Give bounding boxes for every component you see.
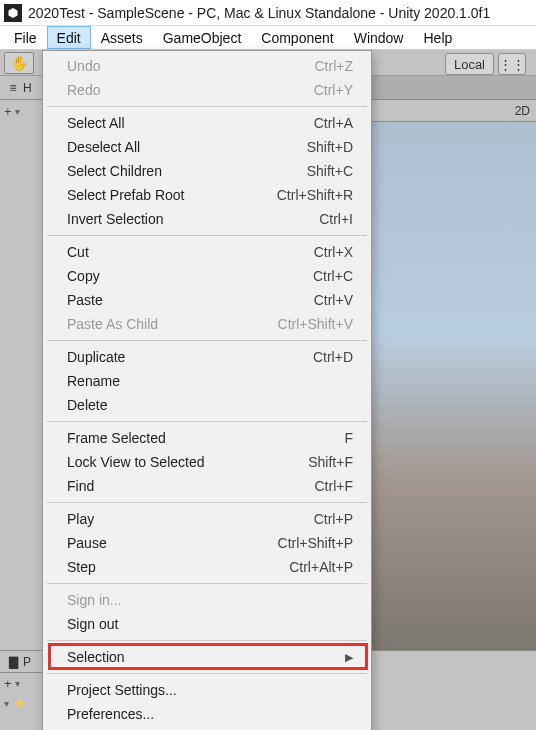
menu-item-shortcut: Ctrl+Shift+P <box>278 535 353 551</box>
edit-menu-dropdown: UndoCtrl+ZRedoCtrl+YSelect AllCtrl+ADese… <box>42 50 372 730</box>
menu-item-deselect-all[interactable]: Deselect AllShift+D <box>45 135 369 159</box>
menu-item-label: Copy <box>67 268 100 284</box>
menu-help[interactable]: Help <box>413 26 462 49</box>
menu-item-sign-in: Sign in... <box>45 588 369 612</box>
menu-separator <box>47 673 367 674</box>
svg-marker-0 <box>9 8 18 18</box>
menu-item-rename[interactable]: Rename <box>45 369 369 393</box>
chevron-right-icon: ▶ <box>345 651 353 664</box>
menu-separator <box>47 583 367 584</box>
menu-item-label: Redo <box>67 82 100 98</box>
menu-item-select-all[interactable]: Select AllCtrl+A <box>45 111 369 135</box>
menu-item-frame-selected[interactable]: Frame SelectedF <box>45 426 369 450</box>
menu-item-selection[interactable]: Selection▶ <box>45 645 369 669</box>
menu-item-label: Select Children <box>67 163 162 179</box>
menu-file[interactable]: File <box>4 26 47 49</box>
menu-item-play[interactable]: PlayCtrl+P <box>45 507 369 531</box>
menu-item-paste[interactable]: PasteCtrl+V <box>45 288 369 312</box>
menu-item-delete[interactable]: Delete <box>45 393 369 417</box>
titlebar: 2020Test - SampleScene - PC, Mac & Linux… <box>0 0 536 26</box>
2d-toggle[interactable]: 2D <box>515 104 530 118</box>
menu-separator <box>47 640 367 641</box>
menu-item-redo: RedoCtrl+Y <box>45 78 369 102</box>
plus-icon: + <box>4 104 12 119</box>
menu-item-sign-out[interactable]: Sign out <box>45 612 369 636</box>
menu-item-select-children[interactable]: Select ChildrenShift+C <box>45 159 369 183</box>
menu-item-shortcut: Shift+C <box>307 163 353 179</box>
menu-item-shortcut: Ctrl+Shift+R <box>277 187 353 203</box>
menu-item-cut[interactable]: CutCtrl+X <box>45 240 369 264</box>
snap-button[interactable]: ⋮⋮ <box>498 53 526 75</box>
menu-item-label: Undo <box>67 58 100 74</box>
menu-item-label: Paste As Child <box>67 316 158 332</box>
chevron-down-icon: ▾ <box>15 678 20 689</box>
menu-item-label: Cut <box>67 244 89 260</box>
folder-icon: ▇ <box>6 655 20 669</box>
menu-separator <box>47 235 367 236</box>
menu-item-shortcut: Ctrl+I <box>319 211 353 227</box>
menu-item-shortcut: Shift+D <box>307 139 353 155</box>
menu-window[interactable]: Window <box>344 26 414 49</box>
menu-item-label: Paste <box>67 292 103 308</box>
menu-item-duplicate[interactable]: DuplicateCtrl+D <box>45 345 369 369</box>
project-tab[interactable]: ▇ P <box>0 651 46 673</box>
menu-item-pause[interactable]: PauseCtrl+Shift+P <box>45 531 369 555</box>
hand-tool-button[interactable]: ✋ <box>4 52 34 74</box>
menu-item-select-prefab-root[interactable]: Select Prefab RootCtrl+Shift+R <box>45 183 369 207</box>
menu-item-invert-selection[interactable]: Invert SelectionCtrl+I <box>45 207 369 231</box>
menu-item-label: Play <box>67 511 94 527</box>
menu-item-undo: UndoCtrl+Z <box>45 54 369 78</box>
menu-item-label: Duplicate <box>67 349 125 365</box>
menu-item-label: Find <box>67 478 94 494</box>
menu-item-project-settings[interactable]: Project Settings... <box>45 678 369 702</box>
menu-item-label: Delete <box>67 397 107 413</box>
menu-item-shortcut: Ctrl+Y <box>314 82 353 98</box>
menu-separator <box>47 502 367 503</box>
menu-item-shortcut: Ctrl+C <box>313 268 353 284</box>
unity-editor-window: 2020Test - SampleScene - PC, Mac & Linux… <box>0 0 536 730</box>
menu-item-shortcuts[interactable]: Shortcuts... <box>45 726 369 730</box>
menu-edit[interactable]: Edit <box>47 26 91 49</box>
menu-item-label: Invert Selection <box>67 211 164 227</box>
star-icon: ★ <box>13 695 26 711</box>
menu-separator <box>47 340 367 341</box>
menu-item-label: Select All <box>67 115 125 131</box>
menu-item-find[interactable]: FindCtrl+F <box>45 474 369 498</box>
menu-item-label: Pause <box>67 535 107 551</box>
menu-item-shortcut: Ctrl+X <box>314 244 353 260</box>
add-row[interactable]: + ▾ <box>0 100 45 122</box>
unity-logo-icon <box>4 4 22 22</box>
menu-item-label: Sign out <box>67 616 118 632</box>
menu-assets[interactable]: Assets <box>91 26 153 49</box>
local-global-toggle[interactable]: Local <box>445 53 494 75</box>
menu-separator <box>47 106 367 107</box>
menu-item-paste-as-child: Paste As ChildCtrl+Shift+V <box>45 312 369 336</box>
menu-item-shortcut: F <box>344 430 353 446</box>
chevron-down-icon: ▾ <box>15 106 20 117</box>
menu-item-shortcut: Shift+F <box>308 454 353 470</box>
window-title: 2020Test - SampleScene - PC, Mac & Linux… <box>28 5 490 21</box>
menu-item-copy[interactable]: CopyCtrl+C <box>45 264 369 288</box>
menu-item-shortcut: Ctrl+Alt+P <box>289 559 353 575</box>
local-label: Local <box>454 57 485 72</box>
menu-item-lock-view-to-selected[interactable]: Lock View to SelectedShift+F <box>45 450 369 474</box>
menu-separator <box>47 421 367 422</box>
menu-item-label: Selection <box>67 649 125 665</box>
menu-item-shortcut: Ctrl+Shift+V <box>278 316 353 332</box>
toolbar-right-cluster: Local ⋮⋮ <box>445 52 526 76</box>
menu-item-label: Deselect All <box>67 139 140 155</box>
menu-component[interactable]: Component <box>251 26 343 49</box>
menu-item-preferences[interactable]: Preferences... <box>45 702 369 726</box>
hand-icon: ✋ <box>12 55 26 71</box>
hierarchy-tab-label: H <box>23 81 32 95</box>
menu-gameobject[interactable]: GameObject <box>153 26 252 49</box>
menu-item-shortcut: Ctrl+V <box>314 292 353 308</box>
plus-icon: + <box>4 676 12 691</box>
menu-item-label: Frame Selected <box>67 430 166 446</box>
menu-item-label: Rename <box>67 373 120 389</box>
menu-item-shortcut: Ctrl+F <box>315 478 354 494</box>
menu-item-step[interactable]: StepCtrl+Alt+P <box>45 555 369 579</box>
hierarchy-tab[interactable]: ≡ H <box>0 76 45 100</box>
menu-item-label: Select Prefab Root <box>67 187 185 203</box>
menu-item-label: Step <box>67 559 96 575</box>
